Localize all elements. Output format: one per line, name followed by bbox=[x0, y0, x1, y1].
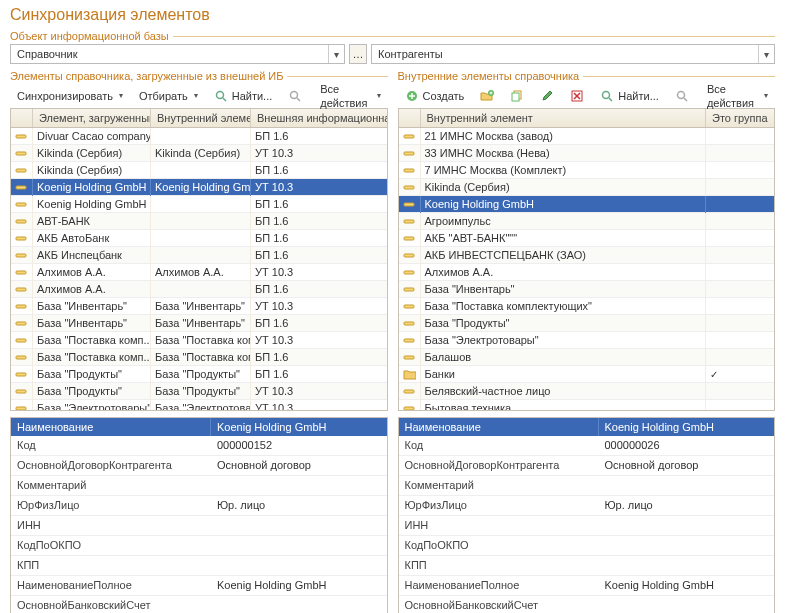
delete-button[interactable] bbox=[563, 86, 591, 106]
table-row[interactable]: База "Продукты" bbox=[399, 315, 775, 332]
svg-rect-15 bbox=[16, 322, 26, 325]
table-row[interactable]: 7 ИМНС Москва (Комплект) bbox=[399, 162, 775, 179]
cell-group bbox=[706, 196, 774, 213]
detail-key: ОсновнойДоговорКонтрагента bbox=[11, 456, 211, 475]
table-row[interactable]: Белявский-частное лицо bbox=[399, 383, 775, 400]
table-row[interactable]: Агроимпульс bbox=[399, 213, 775, 230]
object-type-field[interactable]: Справочник ▾ bbox=[10, 44, 345, 64]
detail-key: КодПоОКПО bbox=[11, 536, 211, 555]
left-grid-body[interactable]: Divuar Cacao companyБП 1.6Kikinda (Серби… bbox=[11, 128, 387, 410]
left-header-ib[interactable]: Внешняя информационна... bbox=[251, 109, 387, 127]
cell-name: Koenig Holding GmbH bbox=[421, 196, 707, 213]
table-row[interactable]: База "Поставка комп...База "Поставка ком… bbox=[11, 332, 387, 349]
table-row[interactable]: База "Электротовары" bbox=[399, 332, 775, 349]
table-row[interactable]: 21 ИМНС Москва (завод) bbox=[399, 128, 775, 145]
cell-internal: Koenig Holding GmbH bbox=[151, 179, 251, 196]
left-header-ext[interactable]: Элемент, загруженный из ... bbox=[33, 109, 151, 127]
detail-row[interactable]: Код000000026 bbox=[399, 436, 775, 456]
table-row[interactable]: АВТ-БАНКБП 1.6 bbox=[11, 213, 387, 230]
object-ref-field[interactable]: Контрагенты ▾ bbox=[371, 44, 775, 64]
cell-external: АКБ Инспецбанк bbox=[33, 247, 151, 264]
all-actions-left[interactable]: Все действия▾ bbox=[313, 79, 387, 113]
detail-value: 000000026 bbox=[599, 436, 775, 455]
object-ref-dropdown-icon[interactable]: ▾ bbox=[758, 45, 774, 63]
table-row[interactable]: Балашов bbox=[399, 349, 775, 366]
cell-name: Белявский-частное лицо bbox=[421, 383, 707, 400]
table-row[interactable]: База "Инвентарь" bbox=[399, 281, 775, 298]
right-header-name[interactable]: Внутренний элемент bbox=[421, 109, 707, 127]
table-row[interactable]: База "Продукты"База "Продукты"УТ 10.3 bbox=[11, 383, 387, 400]
find-button-right[interactable]: Найти... bbox=[593, 86, 666, 106]
clear-find-button-right[interactable] bbox=[668, 86, 696, 106]
detail-row[interactable]: ОсновнойБанковскийСчет bbox=[399, 596, 775, 613]
table-row[interactable]: 33 ИМНС Москва (Нева) bbox=[399, 145, 775, 162]
detail-row[interactable]: Комментарий bbox=[11, 476, 387, 496]
object-type-ellipsis-button[interactable]: … bbox=[349, 44, 367, 64]
table-row[interactable]: Kikinda (Сербия) bbox=[399, 179, 775, 196]
detail-row[interactable]: ОсновнойБанковскийСчет bbox=[11, 596, 387, 613]
table-row[interactable]: АКБ "АВТ-БАНК""" bbox=[399, 230, 775, 247]
table-row[interactable]: База "Поставка комплектующих" bbox=[399, 298, 775, 315]
table-row[interactable]: База "Инвентарь"База "Инвентарь"УТ 10.3 bbox=[11, 298, 387, 315]
table-row[interactable]: Алхимов А.А.БП 1.6 bbox=[11, 281, 387, 298]
detail-key: ОсновнойБанковскийСчет bbox=[399, 596, 599, 613]
detail-value: Основной договор bbox=[211, 456, 387, 475]
left-grid: Элемент, загруженный из ... Внутренний э… bbox=[10, 108, 388, 411]
svg-rect-13 bbox=[16, 288, 26, 291]
detail-row[interactable]: КодПоОКПО bbox=[399, 536, 775, 556]
table-row[interactable]: Алхимов А.А. bbox=[399, 264, 775, 281]
detail-row[interactable]: КодПоОКПО bbox=[11, 536, 387, 556]
table-row[interactable]: Kikinda (Сербия)Kikinda (Сербия)УТ 10.3 bbox=[11, 145, 387, 162]
detail-row[interactable]: ИНН bbox=[399, 516, 775, 536]
filter-button[interactable]: Отбирать▾ bbox=[132, 86, 205, 106]
clear-find-button-left[interactable] bbox=[281, 86, 309, 106]
find-button-left[interactable]: Найти... bbox=[207, 86, 280, 106]
detail-row[interactable]: Комментарий bbox=[399, 476, 775, 496]
svg-rect-47 bbox=[404, 288, 414, 291]
detail-key: КПП bbox=[11, 556, 211, 575]
edit-button[interactable] bbox=[533, 86, 561, 106]
table-row[interactable]: Kikinda (Сербия)БП 1.6 bbox=[11, 162, 387, 179]
left-header-int[interactable]: Внутренний элемент bbox=[151, 109, 251, 127]
row-icon bbox=[399, 298, 421, 315]
table-row[interactable]: База "Инвентарь"База "Инвентарь"БП 1.6 bbox=[11, 315, 387, 332]
detail-value bbox=[599, 516, 775, 535]
detail-row[interactable]: Код000000152 bbox=[11, 436, 387, 456]
table-row[interactable]: Алхимов А.А.Алхимов А.А.УТ 10.3 bbox=[11, 264, 387, 281]
object-type-dropdown-icon[interactable]: ▾ bbox=[328, 45, 344, 63]
detail-row[interactable]: КПП bbox=[399, 556, 775, 576]
all-actions-right[interactable]: Все действия▾ bbox=[700, 79, 775, 113]
cell-external: Алхимов А.А. bbox=[33, 264, 151, 281]
svg-rect-18 bbox=[16, 373, 26, 376]
cell-internal: База "Инвентарь" bbox=[151, 298, 251, 315]
table-row[interactable]: АКБ ИНВЕСТСПЕЦБАНК (ЗАО) bbox=[399, 247, 775, 264]
sync-button[interactable]: Синхронизировать▾ bbox=[10, 86, 130, 106]
create-folder-button[interactable] bbox=[473, 86, 501, 106]
cell-internal: База "Продукты" bbox=[151, 383, 251, 400]
table-row[interactable]: Банки✓ bbox=[399, 366, 775, 383]
detail-row[interactable]: ОсновнойДоговорКонтрагентаОсновной догов… bbox=[11, 456, 387, 476]
detail-row[interactable]: КПП bbox=[11, 556, 387, 576]
right-header-group[interactable]: Это группа bbox=[706, 109, 774, 127]
detail-row[interactable]: ИНН bbox=[11, 516, 387, 536]
detail-row[interactable]: ЮрФизЛицоЮр. лицо bbox=[399, 496, 775, 516]
table-row[interactable]: База "Продукты"База "Продукты"БП 1.6 bbox=[11, 366, 387, 383]
copy-button[interactable] bbox=[503, 86, 531, 106]
create-button[interactable]: Создать bbox=[398, 86, 472, 106]
table-row[interactable]: Divuar Cacao companyБП 1.6 bbox=[11, 128, 387, 145]
table-row[interactable]: Koenig Holding GmbHБП 1.6 bbox=[11, 196, 387, 213]
object-type-value: Справочник bbox=[11, 44, 328, 64]
detail-row[interactable]: ОсновнойДоговорКонтрагентаОсновной догов… bbox=[399, 456, 775, 476]
table-row[interactable]: АКБ АвтоБанкБП 1.6 bbox=[11, 230, 387, 247]
svg-rect-14 bbox=[16, 305, 26, 308]
table-row[interactable]: Koenig Holding GmbHKoenig Holding GmbHУТ… bbox=[11, 179, 387, 196]
table-row[interactable]: База "Электротовары"База "Электротовары"… bbox=[11, 400, 387, 410]
detail-row[interactable]: ЮрФизЛицоЮр. лицо bbox=[11, 496, 387, 516]
detail-row[interactable]: НаименованиеПолноеKoenig Holding GmbH bbox=[399, 576, 775, 596]
table-row[interactable]: Koenig Holding GmbH bbox=[399, 196, 775, 213]
right-grid-body[interactable]: 21 ИМНС Москва (завод)33 ИМНС Москва (Не… bbox=[399, 128, 775, 410]
table-row[interactable]: База "Поставка комп...База "Поставка ком… bbox=[11, 349, 387, 366]
table-row[interactable]: Бытовая техника bbox=[399, 400, 775, 410]
table-row[interactable]: АКБ ИнспецбанкБП 1.6 bbox=[11, 247, 387, 264]
detail-row[interactable]: НаименованиеПолноеKoenig Holding GmbH bbox=[11, 576, 387, 596]
